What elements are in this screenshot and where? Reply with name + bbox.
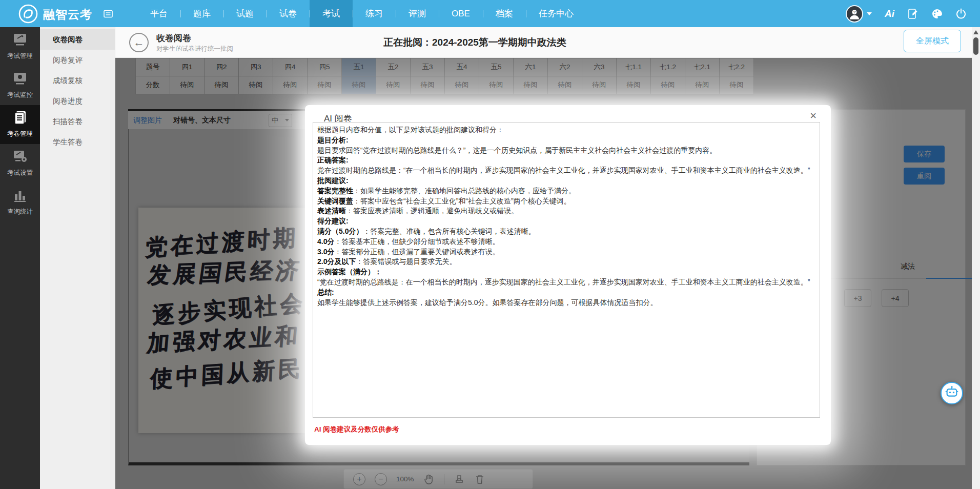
sidebar-item-exam-settings[interactable]: 考试设置 — [0, 144, 40, 183]
section-sidebar: 收卷阅卷 阅卷复评 成绩复核 阅卷进度 扫描答卷 学生答卷 — [40, 27, 115, 489]
page-header: ← 收卷阅卷 对学生的试卷进行统一批阅 正在批阅：2024-2025第一学期期中… — [115, 27, 972, 58]
exam-monitor-icon — [12, 70, 28, 87]
scrollbar-thumb[interactable] — [973, 37, 978, 55]
ai-suggestion-line: 3.0分：答案部分正确，但遗漏了重要关键词或表述有误。 — [317, 247, 815, 257]
ai-suggestion-line: 题目要求回答“党在过渡时期的总路线是什么？”，这是一个历史知识点，属于新民主主义… — [317, 146, 815, 156]
nav-item-label: 档案 — [496, 9, 513, 18]
sidebar-item-label: 查询统计 — [7, 208, 33, 215]
grading-status: 正在批阅：2024-2025第一学期期中政法类 — [383, 36, 566, 49]
ai-suggestion-line: 2.0分及以下：答案错误或与题目要求无关。 — [317, 257, 815, 267]
ai-suggestion-line: 正确答案: — [317, 155, 815, 166]
ai-suggestion-line: 题目分析: — [317, 135, 815, 146]
ai-suggestion-line: 得分建议: — [317, 216, 815, 227]
nav-item-label: OBE — [452, 9, 470, 18]
exam-settings-icon — [12, 148, 28, 165]
nav-item[interactable]: OBE — [439, 0, 483, 27]
page-title: 收卷阅卷 — [156, 32, 191, 44]
exam-management-icon — [12, 31, 28, 48]
sub-sidebar-item[interactable]: 成绩复核 — [40, 70, 115, 91]
ai-suggestion-line: 关键词覆盖：答案中应包含“社会主义工业化”和“社会主义改造”两个核心关键词。 — [317, 196, 815, 207]
topbar: 融智云考 平台 题库 试题 试卷 — [0, 0, 980, 27]
sub-sidebar-item[interactable]: 扫描答卷 — [40, 111, 115, 132]
ai-suggestion-line: 根据题目内容和分值，以下是对该试题的批阅建议和得分： — [317, 125, 815, 135]
ai-suggestion-line: 答案完整性：如果学生能够完整、准确地回答出总路线的核心内容，应给予满分。 — [317, 186, 815, 196]
close-icon[interactable]: × — [810, 110, 816, 121]
ai-disclaimer: AI 阅卷建议及分数仅供参考 — [314, 425, 399, 434]
ai-suggestion-line: 如果学生能够提供上述示例答案，建议给予满分5.0分。如果答案存在部分问题，可根据… — [317, 298, 815, 308]
sidebar-item-label: 考试监控 — [7, 91, 33, 98]
ai-suggestion-line: 满分（5.0分）：答案完整、准确，包含所有核心关键词，表述清晰。 — [317, 227, 815, 237]
sub-sidebar-item-label: 成绩复核 — [53, 76, 83, 85]
ai-suggestion-line: 示例答案（满分）： — [317, 267, 815, 277]
grading-label: 正在批阅： — [383, 37, 432, 48]
bar-chart-icon — [12, 187, 28, 203]
ai-robot-fab[interactable] — [941, 382, 963, 404]
ai-suggestion-line: 党在过渡时期的总路线是：“在一个相当长的时期内，逐步实现国家的社会主义工业化，并… — [317, 166, 815, 176]
nav-item[interactable]: 任务中心 — [526, 0, 586, 27]
sub-sidebar-item-label: 学生答卷 — [53, 138, 83, 146]
nav-item-label: 考试 — [322, 9, 340, 18]
svg-text:?: ? — [853, 10, 856, 14]
paper-management-icon — [12, 109, 28, 126]
user-menu[interactable]: ? — [846, 5, 872, 23]
nav-item-label: 练习 — [365, 9, 383, 18]
scroll-up-arrow-icon[interactable] — [973, 30, 978, 34]
nav-item-label: 平台 — [150, 9, 168, 18]
screen: 融智云考 平台 题库 试题 试卷 — [0, 0, 980, 489]
nav-item[interactable]: 试题 — [223, 0, 267, 27]
avatar[interactable]: ? — [846, 5, 863, 23]
sidebar-item-label: 考试设置 — [7, 169, 33, 176]
theme-palette-icon[interactable] — [931, 8, 943, 19]
robot-icon — [945, 385, 959, 401]
chevron-down-icon — [867, 12, 872, 15]
ai-assistant-icon[interactable]: Ai — [885, 8, 894, 19]
nav-item-label: 题库 — [193, 9, 211, 18]
ai-suggestion-text[interactable]: 根据题目内容和分值，以下是对该试题的批阅建议和得分： 题目分析: 题目要求回答“… — [313, 122, 820, 418]
brand-name: 融智云考 — [43, 7, 92, 23]
sub-sidebar-item-label: 阅卷复评 — [53, 56, 83, 64]
grading-exam-name: 2024-2025第一学期期中政法类 — [432, 37, 566, 48]
module-sidebar: 考试管理 考试监控 考卷管理 — [0, 27, 40, 489]
page-subtitle: 对学生的试卷进行统一批阅 — [156, 45, 233, 53]
page-scrollbar[interactable] — [972, 27, 980, 489]
nav-item-label: 试卷 — [279, 9, 297, 18]
main-nav: 平台 题库 试题 试卷 考试 练习 — [137, 0, 586, 27]
sub-sidebar-item-label: 扫描答卷 — [53, 117, 83, 126]
nav-item[interactable]: 平台 — [137, 0, 180, 27]
ai-suggestion-line: 表述清晰：答案应表述清晰，逻辑通顺，避免出现歧义或错误。 — [317, 206, 815, 216]
sidebar-item-paper-management[interactable]: 考卷管理 — [0, 105, 40, 144]
sub-sidebar-item[interactable]: 阅卷复评 — [40, 50, 115, 70]
nav-item[interactable]: 考试 — [310, 0, 353, 27]
fullscreen-button[interactable]: 全屏模式 — [904, 30, 961, 52]
nav-item-label: 试题 — [236, 9, 254, 18]
ai-grading-modal: AI 阅卷 × 根据题目内容和分值，以下是对该试题的批阅建议和得分： 题目分析:… — [305, 105, 831, 445]
topbar-actions: ? Ai — [846, 0, 967, 27]
ai-suggestion-line: “党在过渡时期的总路线是：在一个相当长的时期内，逐步实现国家的社会主义工业化，并… — [317, 277, 815, 288]
sidebar-item-exam-management[interactable]: 考试管理 — [0, 27, 40, 66]
ai-suggestion-line: 总结: — [317, 288, 815, 298]
ai-suggestion-line: 4.0分：答案基本正确，但缺少部分细节或表述不够清晰。 — [317, 237, 815, 247]
sub-sidebar-item[interactable]: 学生答卷 — [40, 132, 115, 152]
sidebar-item-label: 考试管理 — [7, 52, 33, 59]
nav-item[interactable]: 试卷 — [267, 0, 310, 27]
grading-pen-icon[interactable] — [907, 8, 918, 19]
sub-sidebar-item-label: 收卷阅卷 — [53, 35, 83, 44]
sidebar-item-label: 考卷管理 — [7, 130, 33, 137]
nav-item-label: 评测 — [409, 9, 426, 18]
back-button[interactable]: ← — [129, 33, 149, 52]
nav-item[interactable]: 档案 — [483, 0, 526, 27]
ai-suggestion-line: 批阅建议: — [317, 176, 815, 186]
nav-item[interactable]: 评测 — [396, 0, 439, 27]
sub-sidebar-item[interactable]: 阅卷进度 — [40, 91, 115, 111]
menu-toggle-icon[interactable] — [104, 9, 113, 18]
nav-item[interactable]: 题库 — [180, 0, 223, 27]
sub-sidebar-item[interactable]: 收卷阅卷 — [40, 29, 115, 50]
sidebar-item-exam-monitor[interactable]: 考试监控 — [0, 66, 40, 105]
sub-sidebar-item-label: 阅卷进度 — [53, 97, 83, 105]
brand-logo-icon — [18, 4, 38, 24]
sidebar-item-statistics[interactable]: 查询统计 — [0, 183, 40, 222]
nav-item[interactable]: 练习 — [353, 0, 396, 27]
logout-power-icon[interactable] — [955, 8, 967, 19]
nav-item-label: 任务中心 — [539, 9, 574, 18]
